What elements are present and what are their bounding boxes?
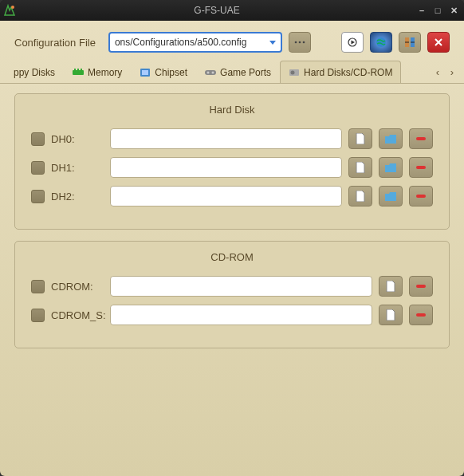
minus-icon <box>416 195 426 198</box>
dh2-new-button[interactable] <box>348 186 372 207</box>
tab-scroll-left[interactable]: ‹ <box>431 66 445 78</box>
document-icon <box>386 309 395 321</box>
cdrom-enable-checkbox[interactable] <box>31 280 45 293</box>
svg-point-15 <box>207 71 210 73</box>
config-file-dropdown[interactable]: ons/Configurations/a500.config <box>108 32 282 53</box>
svg-point-16 <box>212 71 214 73</box>
dh0-path-input[interactable] <box>110 128 342 149</box>
dh0-label: DH0: <box>51 133 104 145</box>
cdrom-s-path-input[interactable] <box>110 305 372 325</box>
dh1-eject-button[interactable] <box>409 157 433 178</box>
hard-disk-panel: Hard Disk DH0: DH1: <box>14 93 450 230</box>
svg-rect-8 <box>73 70 84 75</box>
svg-rect-10 <box>77 69 79 70</box>
svg-rect-14 <box>205 70 216 75</box>
minus-icon <box>416 166 426 169</box>
dh0-enable-checkbox[interactable] <box>31 132 45 146</box>
svg-point-5 <box>376 37 386 47</box>
drive-row-dh1: DH1: <box>31 157 433 178</box>
minus-icon <box>416 285 426 288</box>
cdrom-s-eject-button[interactable] <box>409 305 433 325</box>
cdrom-eject-button[interactable] <box>409 276 433 297</box>
dh0-new-button[interactable] <box>348 128 372 149</box>
tab-label: Memory <box>88 67 122 78</box>
titlebar: G-FS-UAE – □ ✕ <box>0 0 464 21</box>
dh1-browse-button[interactable] <box>379 157 403 178</box>
folder-icon <box>385 192 396 201</box>
svg-rect-13 <box>142 70 148 75</box>
tab-label: Chipset <box>155 67 187 78</box>
dh1-enable-checkbox[interactable] <box>31 161 45 175</box>
globe-button[interactable] <box>370 32 392 53</box>
dh2-enable-checkbox[interactable] <box>31 190 45 203</box>
app-icon <box>3 4 16 17</box>
minus-icon <box>416 313 426 317</box>
svg-rect-23 <box>416 313 426 317</box>
cdrom-s-new-button[interactable] <box>379 305 403 325</box>
cdrom-label: CDROM: <box>51 281 104 293</box>
globe-icon <box>376 37 387 48</box>
drive-row-cdrom: CDROM: <box>31 276 433 297</box>
dh2-label: DH2: <box>51 191 104 203</box>
dh1-label: DH1: <box>51 162 104 174</box>
minimize-button[interactable]: – <box>415 4 429 17</box>
harddisk-icon <box>289 68 300 77</box>
dh1-path-input[interactable] <box>110 157 342 178</box>
svg-rect-22 <box>416 285 426 288</box>
svg-point-1 <box>295 41 297 44</box>
document-icon <box>356 133 365 144</box>
svg-point-18 <box>291 70 295 74</box>
tab-memory[interactable]: Memory <box>64 61 131 83</box>
config-file-value: ons/Configurations/a500.config <box>115 37 246 48</box>
tab-floppy-disks[interactable]: ppy Disks <box>5 61 64 83</box>
svg-rect-20 <box>416 166 426 169</box>
svg-point-2 <box>299 41 301 44</box>
folder-icon <box>385 163 396 172</box>
tab-game-ports[interactable]: Game Ports <box>196 61 280 83</box>
document-icon <box>356 162 365 173</box>
play-button[interactable] <box>341 32 364 53</box>
tab-hard-disks[interactable]: Hard Disks/CD-ROM <box>280 61 401 83</box>
panel-title: CD-ROM <box>31 251 433 263</box>
close-config-button[interactable] <box>427 32 450 53</box>
tab-bar: ppy Disks Memory Chipset Game Ports Hard… <box>0 61 464 84</box>
dh2-path-input[interactable] <box>110 186 342 207</box>
cdrom-panel: CD-ROM CDROM: CDROM_S: <box>14 241 450 348</box>
window-title: G-FS-UAE <box>21 5 413 16</box>
maximize-button[interactable]: □ <box>431 4 445 17</box>
settings-button[interactable] <box>399 32 421 53</box>
dh0-eject-button[interactable] <box>409 128 433 149</box>
svg-point-3 <box>303 41 305 44</box>
memory-icon <box>73 68 84 77</box>
drive-row-cdrom-s: CDROM_S: <box>31 305 433 325</box>
cdrom-s-enable-checkbox[interactable] <box>31 309 45 322</box>
cdrom-s-label: CDROM_S: <box>51 309 104 321</box>
document-icon <box>386 281 395 292</box>
drive-row-dh0: DH0: <box>31 128 433 149</box>
browse-button[interactable] <box>289 32 311 53</box>
svg-rect-9 <box>74 69 76 70</box>
dh2-browse-button[interactable] <box>379 186 403 207</box>
tab-label: ppy Disks <box>14 67 55 78</box>
tab-chipset[interactable]: Chipset <box>131 61 196 83</box>
dh1-new-button[interactable] <box>348 157 372 178</box>
x-icon <box>434 37 443 47</box>
cdrom-new-button[interactable] <box>379 276 403 297</box>
tab-label: Game Ports <box>220 67 271 78</box>
config-file-label: Configuration File <box>14 37 96 49</box>
minus-icon <box>416 137 426 140</box>
document-icon <box>356 191 365 202</box>
play-icon <box>348 37 357 47</box>
tools-icon <box>404 37 415 48</box>
dh0-browse-button[interactable] <box>379 128 403 149</box>
ellipsis-icon <box>294 40 305 45</box>
tab-scroll-right[interactable]: › <box>445 66 459 78</box>
close-button[interactable]: ✕ <box>446 4 461 17</box>
folder-icon <box>385 135 396 144</box>
svg-rect-19 <box>416 137 426 140</box>
dh2-eject-button[interactable] <box>409 186 433 207</box>
gamepad-icon <box>205 68 216 77</box>
drive-row-dh2: DH2: <box>31 186 433 207</box>
cdrom-path-input[interactable] <box>110 276 372 297</box>
chipset-icon <box>140 68 151 77</box>
